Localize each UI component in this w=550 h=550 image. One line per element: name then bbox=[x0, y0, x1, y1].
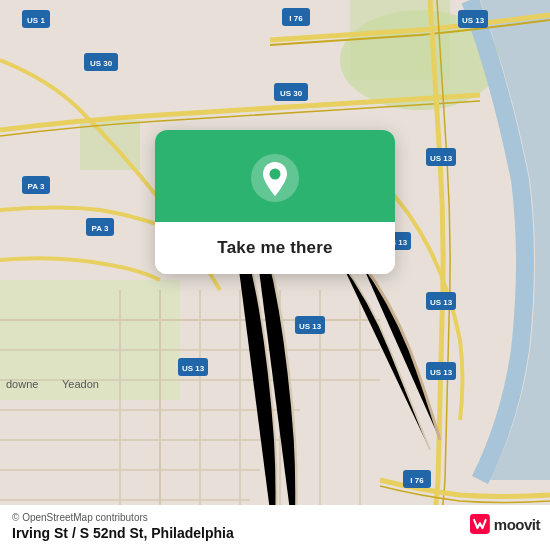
svg-text:I 76: I 76 bbox=[289, 14, 303, 23]
card-green-area bbox=[155, 130, 395, 222]
moovit-text: moovit bbox=[494, 516, 540, 533]
take-me-there-button[interactable]: Take me there bbox=[155, 222, 395, 274]
svg-text:I 76: I 76 bbox=[410, 476, 424, 485]
svg-text:US 13: US 13 bbox=[299, 322, 322, 331]
svg-text:PA 3: PA 3 bbox=[28, 182, 45, 191]
overlay-card: Take me there bbox=[155, 130, 395, 274]
yeadon-label: Yeadon bbox=[62, 378, 99, 390]
downe-label: downe bbox=[6, 378, 38, 390]
moovit-icon bbox=[470, 512, 490, 536]
moovit-logo: moovit bbox=[470, 508, 540, 540]
bottom-bar: © OpenStreetMap contributors Irving St /… bbox=[0, 505, 550, 550]
svg-text:US 13: US 13 bbox=[430, 368, 453, 377]
map-background: US 1 I 76 US 13 US 30 US 30 PA 3 PA 3 US… bbox=[0, 0, 550, 550]
svg-text:US 13: US 13 bbox=[430, 298, 453, 307]
svg-text:US 13: US 13 bbox=[182, 364, 205, 373]
svg-text:US 30: US 30 bbox=[90, 59, 113, 68]
osm-credit: © OpenStreetMap contributors bbox=[12, 512, 538, 523]
svg-point-48 bbox=[270, 169, 281, 180]
location-pin-icon bbox=[249, 152, 301, 204]
svg-text:US 30: US 30 bbox=[280, 89, 303, 98]
svg-text:US 1: US 1 bbox=[27, 16, 45, 25]
location-title: Irving St / S 52nd St, Philadelphia bbox=[12, 525, 234, 541]
svg-text:PA 3: PA 3 bbox=[92, 224, 109, 233]
map-container: US 1 I 76 US 13 US 30 US 30 PA 3 PA 3 US… bbox=[0, 0, 550, 550]
svg-text:US 13: US 13 bbox=[462, 16, 485, 25]
svg-text:US 13: US 13 bbox=[430, 154, 453, 163]
